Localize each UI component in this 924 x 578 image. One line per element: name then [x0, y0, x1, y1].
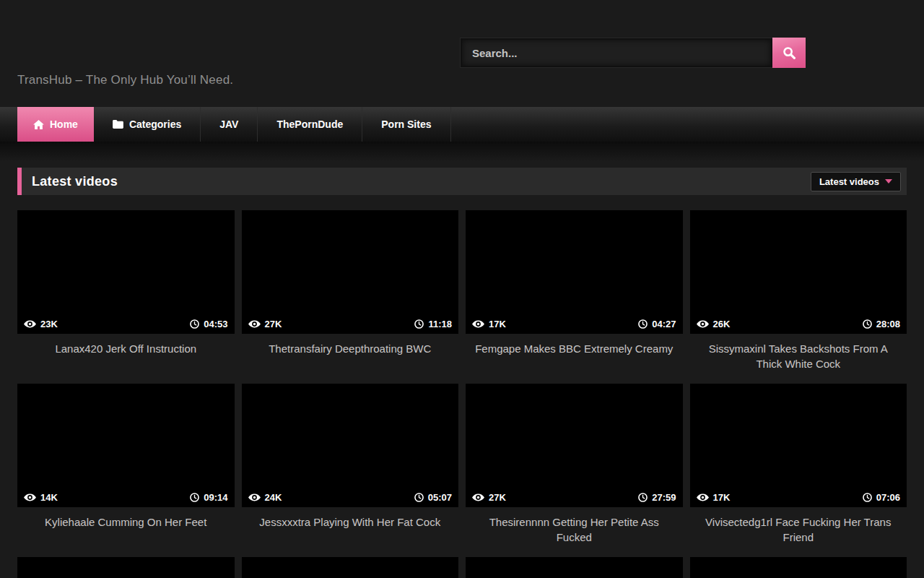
nav-tab-label: Home — [50, 118, 78, 130]
video-card[interactable]: 24K 05:07 Jessxxxtra Playing With Her Fa… — [242, 384, 459, 557]
duration-label: 09:14 — [204, 492, 227, 503]
video-thumbnail[interactable]: 17K 07:06 — [690, 384, 907, 507]
duration: 09:14 — [190, 492, 227, 503]
view-count: 23K — [24, 319, 58, 329]
eye-icon — [472, 320, 484, 328]
nav-tab-home[interactable]: Home — [17, 107, 94, 142]
video-card[interactable]: 14K 09:14 Kyliehaale Cumming On Her Feet — [17, 384, 235, 557]
video-card[interactable]: 17K 04:27 Femgape Makes BBC Extremely Cr… — [466, 210, 683, 384]
duration-label: 04:53 — [204, 319, 227, 329]
view-count-label: 24K — [265, 492, 282, 503]
eye-icon — [697, 493, 709, 501]
nav-tab-jav[interactable]: JAV — [201, 107, 258, 142]
video-card[interactable]: 23K 04:53 Lanax420 Jerk Off Instruction — [17, 210, 235, 384]
video-thumbnail[interactable]: 24K 05:07 — [242, 384, 459, 507]
video-card[interactable]: 27K 27:59 Thesirennnn Getting Her Petite… — [466, 384, 683, 557]
thumb-meta-bar: 27K 11:18 — [242, 314, 459, 334]
view-count-label: 14K — [40, 492, 58, 503]
video-thumbnail[interactable] — [242, 557, 459, 578]
nav-shadow — [0, 142, 924, 162]
eye-icon — [697, 320, 709, 328]
nav-tab-label: ThePornDude — [276, 118, 343, 130]
video-title[interactable]: Jessxxxtra Playing With Her Fat Cock — [242, 507, 459, 530]
thumb-meta-bar: 27K 27:59 — [466, 487, 683, 507]
video-title[interactable]: Sissymaxinl Takes Backshots From A Thick… — [690, 334, 907, 371]
clock-icon — [638, 493, 648, 502]
view-count-label: 23K — [40, 319, 58, 329]
video-thumbnail[interactable] — [17, 557, 235, 578]
video-grid: 23K 04:53 Lanax420 Jerk Off Instruction — [17, 210, 907, 578]
clock-icon — [863, 319, 872, 329]
video-thumbnail[interactable]: 14K 09:14 — [17, 384, 235, 507]
duration: 04:53 — [190, 319, 227, 329]
video-title[interactable]: Femgape Makes BBC Extremely Creamy — [466, 334, 683, 356]
duration-label: 05:07 — [428, 492, 452, 503]
thumb-meta-bar: 17K 07:06 — [690, 487, 907, 507]
search-input[interactable] — [461, 38, 772, 67]
video-title[interactable]: Thetransfairy Deepthroating BWC — [242, 334, 459, 356]
main-nav: Home Categories JAV ThePornDude Porn Sit… — [0, 107, 924, 142]
thumb-meta-bar: 26K 28:08 — [690, 314, 907, 334]
video-thumbnail[interactable]: 27K 11:18 — [242, 210, 459, 334]
clock-icon — [638, 319, 648, 329]
duration-label: 04:27 — [652, 319, 676, 329]
nav-tab-label: Porn Sites — [381, 118, 431, 130]
thumb-meta-bar: 14K 09:14 — [17, 487, 235, 507]
video-thumbnail[interactable]: 17K 04:27 — [466, 210, 683, 334]
eye-icon — [24, 320, 36, 328]
video-card[interactable] — [466, 557, 683, 578]
clock-icon — [863, 493, 872, 502]
caret-down-icon — [885, 179, 892, 184]
nav-tab-theporndude[interactable]: ThePornDude — [258, 107, 362, 142]
duration-label: 27:59 — [652, 492, 676, 503]
duration-label: 11:18 — [428, 319, 452, 329]
video-card[interactable]: 27K 11:18 Thetransfairy Deepthroating BW… — [242, 210, 459, 384]
eye-icon — [24, 493, 36, 501]
view-count-label: 17K — [489, 319, 506, 329]
view-count-label: 27K — [489, 492, 506, 503]
duration-label: 28:08 — [876, 319, 900, 329]
video-thumbnail[interactable] — [690, 557, 907, 578]
view-count: 14K — [24, 492, 58, 503]
video-card[interactable] — [242, 557, 459, 578]
sort-dropdown-label: Latest videos — [819, 176, 879, 187]
clock-icon — [414, 319, 424, 329]
thumb-meta-bar: 17K 04:27 — [466, 314, 683, 334]
sort-dropdown-button[interactable]: Latest videos — [811, 172, 901, 191]
video-title[interactable]: Vivisectedg1rl Face Fucking Her Trans Fr… — [690, 507, 907, 545]
nav-tab-label: Categories — [129, 118, 181, 130]
home-icon — [33, 120, 44, 129]
video-card[interactable] — [17, 557, 235, 578]
search-button[interactable] — [772, 38, 806, 68]
eye-icon — [248, 493, 261, 501]
view-count-label: 17K — [713, 492, 731, 503]
section-header: Latest videos Latest videos — [17, 168, 907, 195]
video-card[interactable]: 26K 28:08 Sissymaxinl Takes Backshots Fr… — [690, 210, 907, 384]
view-count: 17K — [697, 492, 731, 503]
video-thumbnail[interactable]: 27K 27:59 — [466, 384, 683, 507]
view-count: 26K — [697, 319, 731, 329]
folder-icon — [113, 120, 123, 129]
thumb-meta-bar: 24K 05:07 — [242, 487, 459, 507]
video-thumbnail[interactable]: 23K 04:53 — [17, 210, 235, 334]
video-thumbnail[interactable]: 26K 28:08 — [690, 210, 907, 334]
site-header: TransHub – The Only Hub You’ll Need. — [0, 0, 924, 107]
duration: 27:59 — [638, 492, 676, 503]
eye-icon — [472, 493, 484, 501]
duration: 11:18 — [414, 319, 452, 329]
nav-tab-label: JAV — [219, 118, 238, 130]
nav-tab-categories[interactable]: Categories — [94, 107, 201, 142]
video-card[interactable]: 17K 07:06 Vivisectedg1rl Face Fucking He… — [690, 384, 907, 557]
video-title[interactable]: Thesirennnn Getting Her Petite Ass Fucke… — [466, 507, 683, 545]
magnifier-icon — [783, 46, 796, 60]
video-title[interactable]: Kyliehaale Cumming On Her Feet — [17, 507, 235, 530]
eye-icon — [248, 320, 261, 328]
video-thumbnail[interactable] — [466, 557, 683, 578]
nav-tab-porn-sites[interactable]: Porn Sites — [362, 107, 450, 142]
site-tagline: TransHub – The Only Hub You’ll Need. — [17, 73, 233, 87]
video-card[interactable] — [690, 557, 907, 578]
duration: 28:08 — [863, 319, 900, 329]
clock-icon — [414, 493, 424, 502]
section-title: Latest videos — [32, 174, 118, 189]
video-title[interactable]: Lanax420 Jerk Off Instruction — [17, 334, 235, 356]
